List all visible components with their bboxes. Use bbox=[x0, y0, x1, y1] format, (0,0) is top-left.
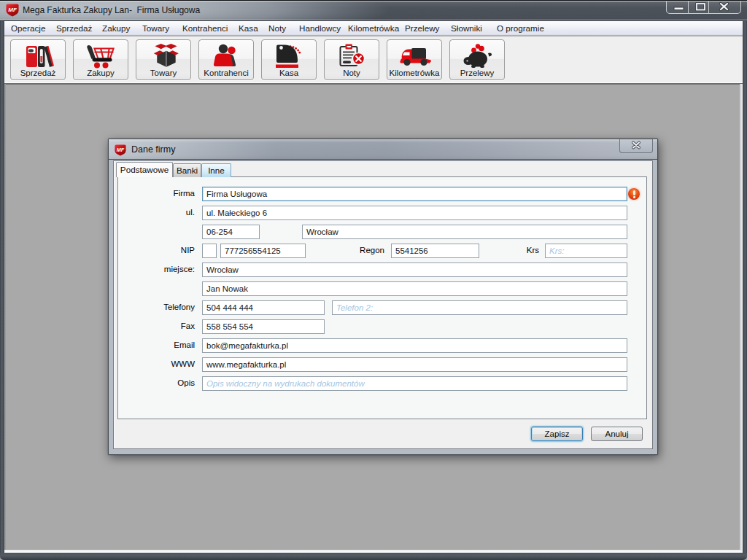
svg-text:MF: MF bbox=[117, 147, 125, 153]
svg-text:MF: MF bbox=[8, 7, 18, 13]
